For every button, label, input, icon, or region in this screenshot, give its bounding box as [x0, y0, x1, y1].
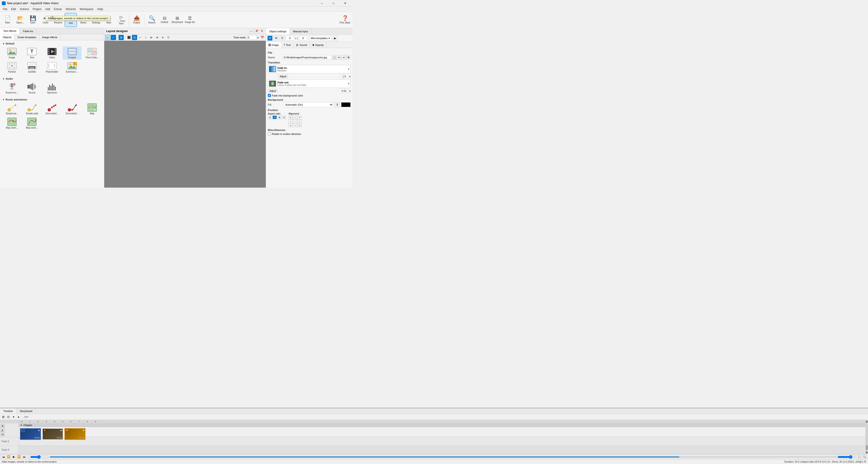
- settings-time-input[interactable]: [286, 36, 294, 40]
- object-map-anim-2[interactable]: Map anim...: [23, 117, 42, 130]
- align-bc[interactable]: ↓: [293, 124, 297, 127]
- object-decorated-1[interactable]: Decorated...: [42, 102, 62, 116]
- layout-minimize-button[interactable]: ─: [249, 29, 253, 33]
- align-mc[interactable]: ·: [293, 120, 297, 123]
- from-here-button[interactable]: ▷ ... from here: [115, 13, 127, 27]
- object-decorated-2[interactable]: Decorated...: [63, 102, 82, 116]
- close-button[interactable]: ✕: [340, 0, 350, 6]
- canvas-tool-fit[interactable]: ↔: [137, 35, 143, 40]
- canvas-tool-flip[interactable]: ⊲: [154, 35, 160, 40]
- open-button[interactable]: 📂 Open...: [14, 13, 26, 27]
- align-bl[interactable]: ↙: [288, 124, 293, 127]
- subtab-objects[interactable]: Objects: [0, 34, 14, 40]
- settings-expand-btn[interactable]: ▶: [333, 36, 338, 41]
- object-placeholder[interactable]: [ ] Placeholder: [42, 61, 62, 74]
- mini-templates-dropdown[interactable]: Mini-templates ▾: [309, 36, 332, 41]
- align-tl[interactable]: ↖: [288, 115, 293, 119]
- canvas-tool-menu[interactable]: ▽: [166, 35, 171, 40]
- object-chapter[interactable]: Chapter: [63, 46, 82, 60]
- menu-project[interactable]: Project: [31, 7, 43, 11]
- section-default-header[interactable]: ▼ Default: [1, 42, 103, 45]
- layout-close-button[interactable]: ✕: [260, 29, 264, 33]
- file-copy-btn[interactable]: 📋: [332, 55, 337, 60]
- section-route-header[interactable]: ▼ Route animations: [1, 98, 103, 101]
- object-map[interactable]: Map: [83, 102, 102, 116]
- align-mr[interactable]: →: [298, 120, 302, 123]
- settings-clock-btn[interactable]: ⏱: [280, 36, 285, 41]
- aspect-btn-1[interactable]: ⊡: [268, 115, 272, 119]
- layout-pin-button[interactable]: 📌: [254, 29, 259, 33]
- file-name-input[interactable]: [283, 55, 331, 60]
- aspect-btn-3[interactable]: ⊠: [277, 115, 281, 119]
- menu-add[interactable]: Add: [43, 7, 52, 11]
- aspect-btn-4[interactable]: ⊛: [282, 115, 286, 119]
- object-simple-path-1[interactable]: Simple pa...: [2, 102, 22, 116]
- fill-info-btn[interactable]: ℹ: [335, 102, 340, 107]
- file-edit-btn[interactable]: ✏: [337, 55, 341, 60]
- tab-manual-input[interactable]: Manual input: [290, 28, 311, 34]
- canvas-tool-select[interactable]: ▷: [105, 35, 111, 40]
- minimize-button[interactable]: ─: [316, 0, 327, 6]
- subtab-image[interactable]: 🖼 Image: [266, 42, 281, 48]
- object-subtitle[interactable]: Subtitle: [23, 61, 42, 74]
- object-particle[interactable]: Particle: [2, 61, 22, 74]
- fade-in-adjust-btn[interactable]: Adjust: [278, 75, 288, 78]
- object-flexi-collage[interactable]: Flexi-Colla...: [83, 46, 102, 60]
- object-sound[interactable]: Sound: [23, 81, 42, 95]
- object-video[interactable]: Video: [42, 46, 62, 60]
- object-sound-rec[interactable]: Sound rec...: [2, 81, 22, 95]
- default-button[interactable]: ⊟ Default: [158, 13, 170, 27]
- settings-eye-btn[interactable]: 👁: [268, 36, 273, 41]
- time-mark-calendar[interactable]: 📅: [260, 35, 265, 40]
- subtab-text[interactable]: T Text: [281, 42, 293, 48]
- search-toolbar-button[interactable]: 🔍 Search: [146, 13, 158, 27]
- section-audio-header[interactable]: ▼ Audio: [1, 77, 103, 80]
- object-external-c[interactable]: ↗ External c...: [63, 61, 82, 74]
- time-mark-input[interactable]: [247, 35, 257, 40]
- menu-actions[interactable]: Actions: [18, 7, 31, 11]
- fade-in-duration-input[interactable]: [340, 74, 348, 78]
- canvas-tool-check[interactable]: ✓: [111, 35, 116, 40]
- object-map-anim-1[interactable]: Map anim...: [2, 117, 22, 130]
- tab-object-settings[interactable]: Object settings: [266, 28, 290, 34]
- object-image[interactable]: Image: [2, 46, 22, 60]
- align-tr[interactable]: ↗: [298, 115, 302, 119]
- menu-help[interactable]: Help: [95, 7, 105, 11]
- first-steps-button[interactable]: ❓ First steps: [339, 13, 351, 27]
- object-simple-path-2[interactable]: Simple path: [23, 102, 42, 116]
- aspect-btn-2[interactable]: ⊟: [273, 115, 277, 119]
- fade-out-arrow[interactable]: ▾: [348, 82, 349, 85]
- menu-extras[interactable]: Extras: [52, 7, 64, 11]
- subtab-image-effects[interactable]: Image effects: [39, 34, 60, 40]
- save-button[interactable]: 💾 Save: [27, 13, 39, 27]
- canvas-area[interactable]: [104, 41, 266, 188]
- new-button[interactable]: 📄 New: [1, 13, 13, 27]
- canvas-tool-align2[interactable]: ⊟: [132, 35, 137, 40]
- canvas-tool-align[interactable]: ⬛: [126, 35, 131, 40]
- canvas-tool-mask[interactable]: ⊳: [149, 35, 154, 40]
- fade-bg-checkbox[interactable]: [268, 94, 271, 97]
- fade-out-adjust-btn[interactable]: Adjust: [268, 89, 278, 93]
- menu-workspace[interactable]: Workspace: [78, 7, 95, 11]
- file-undo-btn[interactable]: ↩: [342, 55, 346, 60]
- object-text[interactable]: T Text: [23, 46, 42, 60]
- align-br[interactable]: ↘: [298, 124, 302, 127]
- storyboard-button[interactable]: ⊞ Storyboard: [171, 13, 183, 27]
- rotate-motion-checkbox[interactable]: [268, 132, 271, 135]
- canvas-tool-snap-grid[interactable]: ⊞: [119, 35, 124, 40]
- object-spectrum[interactable]: Spectrum: [42, 81, 62, 95]
- align-tc[interactable]: ↑: [293, 115, 297, 119]
- maximize-button[interactable]: □: [328, 0, 339, 6]
- subtab-opacity[interactable]: ◑ Opacity: [310, 42, 326, 48]
- subtab-sound[interactable]: 🔊 Sound: [293, 42, 310, 48]
- image-list-button[interactable]: ☰ Image list: [184, 13, 196, 27]
- menu-edit[interactable]: Edit: [9, 7, 18, 11]
- fade-in-arrow[interactable]: ▾: [348, 67, 349, 71]
- menu-file[interactable]: File: [1, 7, 9, 11]
- file-settings-btn[interactable]: ⚙: [346, 55, 350, 60]
- fill-dropdown[interactable]: Automatic (On): [283, 102, 333, 107]
- subtab-smart-templates[interactable]: Smart templates: [14, 34, 39, 40]
- canvas-tool-crop[interactable]: ↕: [143, 35, 148, 40]
- settings-view-btn[interactable]: 👁: [274, 36, 279, 41]
- output-button[interactable]: 📤 Output: [130, 13, 143, 27]
